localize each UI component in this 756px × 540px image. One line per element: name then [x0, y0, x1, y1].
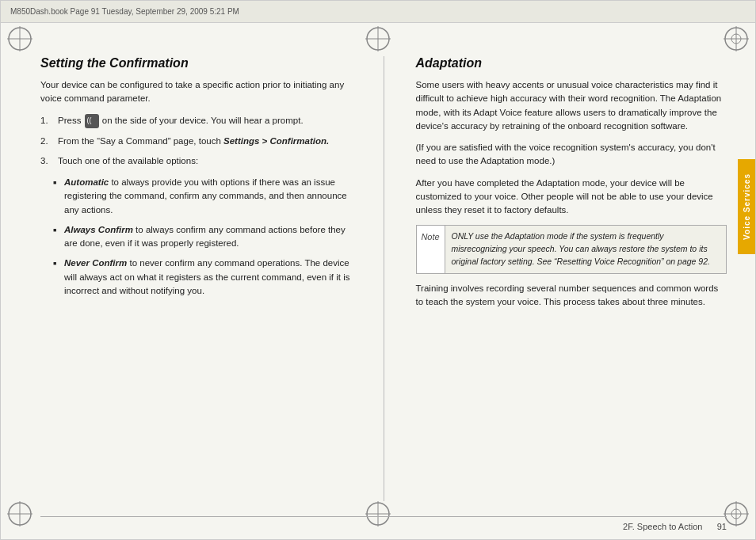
option-never-confirm: Never Confirm to never confirm any comma…	[53, 257, 352, 298]
options-list: Automatic to always provide you with opt…	[53, 176, 352, 298]
option-automatic-text: Automatic to always provide you with opt…	[64, 176, 352, 217]
steps-list: 1. Press on the side of your device. You…	[40, 114, 352, 169]
option-always-confirm: Always Confirm to always confirm any com…	[53, 223, 352, 251]
step-1: 1. Press on the side of your device. You…	[40, 114, 352, 128]
top-header: M850Dash.book Page 91 Tuesday, September…	[1, 1, 755, 23]
note-label: Note	[417, 226, 445, 272]
left-column: Setting the Confirmation Your device can…	[40, 56, 360, 501]
left-section-title: Setting the Confirmation	[40, 56, 352, 70]
right-para2: (If you are satisfied with the voice rec…	[416, 141, 727, 169]
content-area: Setting the Confirmation Your device can…	[40, 56, 727, 501]
corner-tr	[722, 25, 750, 53]
corner-tl	[6, 25, 34, 53]
side-tab-label: Voice Services	[743, 173, 751, 240]
header-text: M850Dash.book Page 91 Tuesday, September…	[10, 7, 239, 16]
right-para4: Training involves recording several numb…	[416, 282, 727, 310]
column-divider	[384, 56, 384, 501]
step-1-text: Press on the side of your device. You wi…	[58, 114, 304, 128]
right-para3: After you have completed the Adaptation …	[416, 177, 727, 218]
step-3-num: 3.	[40, 154, 53, 168]
note-box: Note ONLY use the Adaptation mode if the…	[416, 225, 727, 273]
page-container: M850Dash.book Page 91 Tuesday, September…	[0, 0, 756, 540]
right-column: Adaptation Some users with heavy accents…	[408, 56, 727, 501]
option-always-confirm-text: Always Confirm to always confirm any com…	[64, 223, 352, 251]
step-3-text: Touch one of the available options:	[58, 154, 198, 168]
left-intro: Your device can be configured to take a …	[40, 78, 352, 106]
note-content: ONLY use the Adaptation mode if the syst…	[445, 226, 727, 272]
corner-bl	[6, 500, 34, 528]
bottom-footer: 2F. Speech to Action 91	[40, 516, 727, 531]
step-1-num: 1.	[40, 114, 53, 128]
option-never-confirm-text: Never Confirm to never confirm any comma…	[64, 257, 352, 298]
right-para1: Some users with heavy accents or unusual…	[416, 78, 727, 133]
voice-icon	[85, 114, 99, 128]
corner-tm	[364, 25, 392, 53]
footer-text: 2F. Speech to Action 91	[623, 522, 727, 531]
step-2-text: From the “Say a Command” page, touch Set…	[58, 135, 329, 148]
step-2-num: 2.	[40, 135, 53, 148]
side-tab: Voice Services	[738, 159, 755, 254]
option-automatic: Automatic to always provide you with opt…	[53, 176, 352, 217]
step-2: 2. From the “Say a Command” page, touch …	[40, 135, 352, 148]
step-3: 3. Touch one of the available options:	[40, 154, 352, 168]
right-section-title: Adaptation	[416, 56, 727, 70]
